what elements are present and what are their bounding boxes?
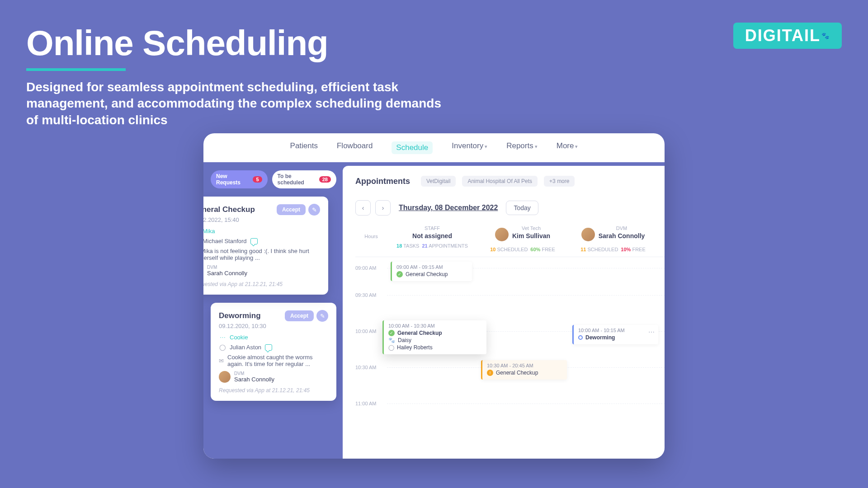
vet-role: DVM xyxy=(207,265,247,270)
time-label: 10:30 AM xyxy=(355,365,376,370)
pill-label: To be scheduled xyxy=(278,173,316,186)
hours-column-header: Hours xyxy=(355,225,387,252)
accept-button[interactable]: Accept xyxy=(277,204,306,215)
date-label[interactable]: Thursday, 08 December 2022 xyxy=(399,204,498,212)
time-label: 09:00 AM xyxy=(355,265,376,271)
location-chip[interactable]: Animal Hospital Of All Pets xyxy=(462,176,538,187)
status-dot-icon xyxy=(578,335,583,340)
appointments-title: Appointments xyxy=(355,177,410,186)
paw-icon: ⋯ xyxy=(219,334,226,341)
nav-reports[interactable]: Reports▾ xyxy=(506,141,538,154)
title-underline xyxy=(26,68,126,71)
nav-flowboard[interactable]: Flowboard xyxy=(337,141,373,154)
pill-to-be-scheduled[interactable]: To be scheduled 28 xyxy=(272,170,336,188)
person-icon: ◯ xyxy=(219,344,226,351)
warning-icon: ! xyxy=(487,370,493,376)
top-nav: Patients Flowboard Schedule Inventory▾ R… xyxy=(203,133,665,162)
pill-new-requests[interactable]: New Requests 5 xyxy=(211,170,268,188)
nav-schedule[interactable]: Schedule xyxy=(392,141,433,154)
request-date: 09.12.2020, 10:30 xyxy=(219,323,328,329)
vet-name: Sarah Connolly xyxy=(207,270,247,277)
event-title: Deworming xyxy=(585,334,615,341)
today-button[interactable]: Today xyxy=(506,201,538,215)
nav-inventory-label: Inventory xyxy=(452,141,483,150)
calendar-event[interactable]: 10:30 AM - 20:45 AM !General Checkup xyxy=(481,360,567,380)
next-day-button[interactable]: › xyxy=(375,200,391,216)
pet-name[interactable]: Mika xyxy=(203,228,215,235)
calendar-event[interactable]: ⋯ 10:00 AM - 10:15 AM Deworming xyxy=(572,325,658,344)
event-time: 10:00 AM - 10:30 AM xyxy=(388,323,482,328)
check-icon: ✓ xyxy=(388,330,395,336)
nav-more[interactable]: More▾ xyxy=(557,141,578,154)
page-title: Online Scheduling xyxy=(26,23,451,64)
event-title: General Checkup xyxy=(496,370,538,376)
chevron-down-icon: ▾ xyxy=(535,144,538,149)
accept-button[interactable]: Accept xyxy=(285,310,314,321)
edit-icon[interactable]: ✎ xyxy=(316,310,328,322)
avatar xyxy=(581,228,595,241)
owner-name: Michael Stanford xyxy=(203,238,247,244)
kim-column-header: Vet TechKim Sullivan 10 SCHEDULED60% FRE… xyxy=(477,225,568,252)
nav-inventory[interactable]: Inventory▾ xyxy=(452,141,487,154)
request-title: General Checkup xyxy=(203,205,255,214)
sarah-column-header: DVMSarah Connolly 11 SCHEDULED10% FREE xyxy=(568,225,658,252)
page-subtitle: Designed for seamless appointment schedu… xyxy=(26,79,451,128)
request-card[interactable]: General Checkup Accept ✎ 09.12.2022, 15:… xyxy=(203,197,328,295)
time-label: 10:00 AM xyxy=(355,328,376,334)
requests-column: New Requests 5 To be scheduled 28 Genera… xyxy=(207,166,343,459)
calendar-pane: Appointments VetDigitail Animal Hospital… xyxy=(343,166,665,459)
request-source: Requested via App at 21.12.21, 21:45 xyxy=(203,281,320,287)
nav-reports-label: Reports xyxy=(506,141,533,150)
time-label: 11:00 AM xyxy=(355,401,376,406)
vet-role: DVM xyxy=(234,371,274,376)
avatar xyxy=(495,228,509,241)
avatar xyxy=(219,371,231,383)
calendar-event[interactable]: 09:00 AM - 09:15 AM ✓General Checkup xyxy=(391,262,472,281)
filter-pills: New Requests 5 To be scheduled 28 xyxy=(211,170,336,188)
chevron-down-icon: ▾ xyxy=(485,144,487,149)
request-date: 09.12.2022, 15:40 xyxy=(203,216,320,223)
event-time: 10:00 AM - 10:15 AM xyxy=(578,328,654,333)
event-time: 10:30 AM - 20:45 AM xyxy=(487,363,562,368)
event-pet: Daisy xyxy=(398,337,411,343)
nav-more-label: More xyxy=(557,141,574,150)
person-icon: ◯ xyxy=(388,344,394,351)
pill-badge: 5 xyxy=(253,176,262,183)
request-message: Mika is not feeling good :(. I think she… xyxy=(203,248,320,261)
owner-name: Julian Aston xyxy=(230,344,261,351)
calendar-event-expanded[interactable]: 10:00 AM - 10:30 AM ✓General Checkup 🐾Da… xyxy=(382,320,486,354)
brand-logo: DIGITAIL🐾 xyxy=(733,23,842,49)
request-source: Requested via App at 21.12.21, 21:45 xyxy=(219,387,328,394)
location-chip-more[interactable]: +3 more xyxy=(544,176,575,187)
brand-text: DIGITAIL xyxy=(745,26,821,45)
mail-icon: ✉ xyxy=(219,357,224,364)
event-owner: Hailey Roberts xyxy=(397,344,433,351)
paw-icon: 🐾 xyxy=(821,32,830,39)
vet-name: Sarah Connolly xyxy=(234,376,274,383)
pet-name[interactable]: Cookie xyxy=(230,334,248,341)
request-title: Deworming xyxy=(219,311,261,320)
chevron-down-icon: ▾ xyxy=(575,144,578,149)
event-title: General Checkup xyxy=(406,271,448,277)
prev-day-button[interactable]: ‹ xyxy=(355,200,371,216)
time-label: 09:30 AM xyxy=(355,292,376,298)
more-icon[interactable]: ⋯ xyxy=(648,328,655,336)
request-message: Cookie almost caught the worms again. It… xyxy=(227,354,328,367)
pill-badge: 28 xyxy=(319,176,331,183)
event-title: General Checkup xyxy=(397,330,442,336)
staff-column-header: STAFF Not assigned 18 TASKS21 APPOINTMEN… xyxy=(387,225,477,252)
edit-icon[interactable]: ✎ xyxy=(308,204,320,216)
paw-icon: 🐾 xyxy=(388,337,395,343)
hero-section: Online Scheduling Designed for seamless … xyxy=(26,23,451,128)
chat-icon[interactable] xyxy=(250,238,258,244)
app-window: Patients Flowboard Schedule Inventory▾ R… xyxy=(203,133,665,459)
event-time: 09:00 AM - 09:15 AM xyxy=(396,264,467,270)
pill-label: New Requests xyxy=(216,173,250,186)
check-icon: ✓ xyxy=(396,271,403,277)
workspace: New Requests 5 To be scheduled 28 Genera… xyxy=(203,162,665,459)
location-chip[interactable]: VetDigitail xyxy=(421,176,456,187)
request-card[interactable]: Deworming Accept ✎ 09.12.2020, 10:30 ⋯Co… xyxy=(211,303,336,401)
chat-icon[interactable] xyxy=(265,344,272,351)
nav-patients[interactable]: Patients xyxy=(290,141,318,154)
